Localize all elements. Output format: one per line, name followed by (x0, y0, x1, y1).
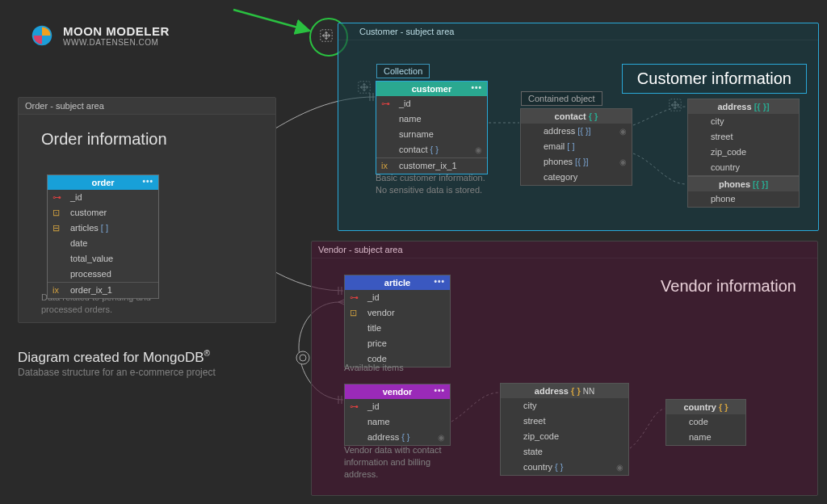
svg-point-8 (296, 351, 309, 364)
field-row[interactable]: processed (48, 267, 158, 282)
more-icon[interactable]: ••• (434, 386, 445, 395)
field-row[interactable]: total_value (48, 251, 158, 267)
brand-header: MOON MODELER WWW.DATENSEN.COM (31, 24, 170, 47)
eye-icon[interactable]: ◉ (619, 125, 627, 137)
entity-contact[interactable]: Contained object contact { } address[{ }… (520, 108, 632, 186)
field-row[interactable]: ⊟articles[ ] (48, 220, 158, 236)
field-row[interactable]: address[{ }]◉ (521, 124, 632, 139)
field-row[interactable]: state (501, 444, 628, 460)
object-icon: ⊡ (52, 207, 67, 219)
key-icon: ⊶ (52, 191, 67, 204)
field-row[interactable]: ⊶_id (345, 290, 450, 305)
entity-note: Available items (344, 362, 404, 374)
eye-icon[interactable]: ◉ (475, 144, 482, 156)
field-row[interactable]: city (501, 398, 628, 414)
field-row[interactable]: country (688, 160, 799, 175)
eye-icon[interactable]: ◉ (438, 431, 445, 443)
field-row[interactable]: code (666, 414, 745, 430)
entity-header: address [{ }] (688, 99, 799, 114)
area-title: Order information (41, 130, 167, 149)
field-row[interactable]: name (666, 430, 745, 445)
field-row[interactable]: ⊶_id (376, 96, 487, 111)
field-row[interactable]: title (345, 321, 450, 336)
field-row[interactable]: zip_code (688, 145, 799, 160)
area-header: Order - subject area (19, 98, 275, 115)
field-row[interactable]: name (345, 414, 450, 430)
entity-article[interactable]: article••• ⊶_id ⊡vendor title price code (344, 275, 451, 368)
entity-address-vendor[interactable]: address { } NN city street zip_code stat… (500, 383, 629, 476)
entity-vendor[interactable]: vendor••• ⊶_id name address{ }◉ (344, 384, 451, 446)
index-icon: ix (52, 284, 67, 296)
entity-country[interactable]: country { } code name (665, 399, 746, 446)
highlight-arrow-icon (232, 6, 321, 39)
diagram-description: Diagram created for MongoDB® Database st… (18, 349, 216, 378)
field-row[interactable]: ⊶_id (48, 190, 158, 205)
eye-icon[interactable]: ◉ (619, 156, 627, 168)
field-row[interactable]: street (688, 129, 799, 145)
entity-header: order••• (48, 175, 158, 190)
area-title: Customer information (622, 64, 807, 94)
entity-header: contact { } (521, 109, 632, 124)
area-header: Customer - subject area (338, 23, 818, 40)
entity-address-customer[interactable]: address [{ }] city street zip_code count… (687, 99, 800, 176)
entity-header: vendor••• (345, 384, 450, 399)
eye-icon[interactable]: ◉ (616, 461, 623, 473)
entity-header: country { } (666, 400, 745, 414)
field-row[interactable]: country{ }◉ (501, 460, 628, 475)
field-row[interactable]: name (376, 111, 487, 127)
field-row[interactable]: phones[{ }]◉ (521, 154, 632, 170)
entity-header: phones [{ }] (688, 177, 799, 191)
entity-note: Basic customer information. No sensitive… (376, 172, 485, 196)
field-row[interactable]: zip_code (501, 429, 628, 444)
entity-note: Vendor data with contact information and… (344, 444, 441, 481)
index-row[interactable]: ixorder_ix_1 (48, 283, 158, 298)
field-row[interactable]: surname (376, 127, 487, 142)
field-row[interactable]: price (345, 336, 450, 351)
drag-handle-icon[interactable] (319, 28, 334, 43)
key-icon: ⊶ (350, 292, 364, 304)
brand-url: WWW.DATENSEN.COM (63, 38, 170, 47)
entity-tag: Contained object (521, 91, 602, 106)
entity-header: article••• (345, 275, 450, 290)
brand-logo-icon (31, 24, 53, 47)
area-header: Vendor - subject area (312, 242, 817, 258)
field-row[interactable]: address{ }◉ (345, 430, 450, 445)
field-row[interactable]: ⊡vendor (345, 305, 450, 321)
field-row[interactable]: date (48, 236, 158, 251)
entity-tag: Collection (376, 64, 430, 78)
field-row[interactable]: email[ ] (521, 139, 632, 154)
field-row[interactable]: contact{ }◉ (376, 142, 487, 158)
key-icon: ⊶ (381, 98, 396, 110)
more-icon[interactable]: ••• (434, 277, 445, 286)
entity-header: address { } NN (501, 384, 628, 398)
entity-customer[interactable]: Collection customer••• ⊶_id name surname… (376, 81, 488, 174)
more-icon[interactable]: ••• (142, 177, 153, 186)
field-row[interactable]: category (521, 170, 632, 185)
field-row[interactable]: ⊶_id (345, 399, 450, 414)
field-row[interactable]: phone (688, 191, 799, 207)
array-icon: ⊟ (52, 222, 67, 234)
brand-title: MOON MODELER (63, 24, 170, 38)
field-row[interactable]: ⊡customer (48, 205, 158, 220)
more-icon[interactable]: ••• (471, 83, 482, 92)
key-icon: ⊶ (350, 401, 364, 413)
index-icon: ix (381, 160, 396, 172)
area-title: Vendor information (661, 277, 796, 296)
entity-phones[interactable]: phones [{ }] phone (687, 176, 800, 208)
entity-header: customer••• (376, 82, 487, 96)
field-row[interactable]: city (688, 114, 799, 129)
field-row[interactable]: street (501, 414, 628, 429)
entity-order[interactable]: order••• ⊶_id ⊡customer ⊟articles[ ] dat… (47, 174, 159, 299)
object-icon: ⊡ (350, 307, 364, 319)
